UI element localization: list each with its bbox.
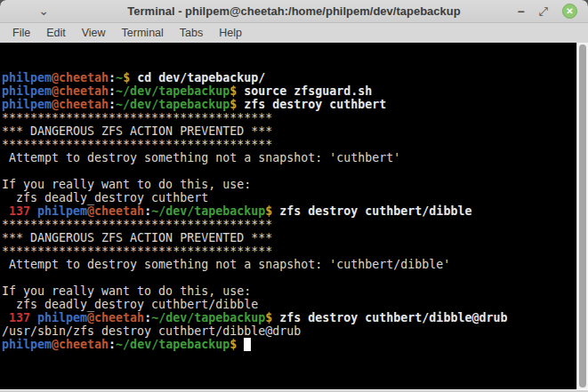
- terminal-window: ⌄ Terminal - philpem@cheetah:/home/philp…: [0, 0, 588, 392]
- chevron-down-icon: ⌄: [38, 4, 49, 18]
- menu-item-help[interactable]: Help: [211, 24, 250, 42]
- terminal-line: **************************************: [2, 218, 574, 231]
- terminal-line: zfs deadly_destroy cuthbert: [2, 191, 574, 204]
- terminal-line: **************************************: [2, 138, 574, 151]
- titlebar[interactable]: ⌄ Terminal - philpem@cheetah:/home/philp…: [0, 0, 588, 23]
- terminal-line: zfs deadly_destroy cuthbert/dibble: [2, 298, 574, 311]
- terminal-line: philpem@cheetah:~/dev/tapebackup$ zfs de…: [2, 98, 574, 111]
- terminal-line: /usr/sbin/zfs destroy cuthbert/dibble@dr…: [2, 324, 574, 338]
- window-controls: − ⤢ ✕: [517, 4, 588, 19]
- terminal-line: philpem@cheetah:~$ cd dev/tapebackup/: [2, 71, 574, 84]
- menubar: File Edit View Terminal Tabs Help: [0, 23, 588, 43]
- maximize-button[interactable]: ⤢: [539, 6, 548, 17]
- terminal-line: If you really want to do this, use:: [2, 178, 574, 191]
- scrollbar[interactable]: [576, 43, 588, 389]
- menu-item-terminal[interactable]: Terminal: [114, 24, 172, 42]
- close-icon: ✕: [566, 6, 573, 16]
- terminal-line: 137 philpem@cheetah:~/dev/tapebackup$ zf…: [2, 204, 574, 218]
- terminal-output: philpem@cheetah:~$ cd dev/tapebackup/phi…: [2, 71, 574, 351]
- terminal-line: *** DANGEROUS ZFS ACTION PREVENTED ***: [2, 124, 574, 138]
- terminal-line: *** DANGEROUS ZFS ACTION PREVENTED ***: [2, 231, 574, 244]
- terminal-line: **************************************: [2, 111, 574, 124]
- window-menu-button[interactable]: ⌄: [36, 1, 52, 20]
- minimize-icon: −: [517, 4, 524, 19]
- close-button[interactable]: ✕: [562, 4, 577, 19]
- terminal-line: [2, 164, 574, 178]
- menu-item-edit[interactable]: Edit: [38, 24, 74, 42]
- maximize-icon: ⤢: [539, 4, 548, 18]
- terminal-line: Attempt to destroy something not a snaps…: [2, 151, 574, 164]
- minimize-button[interactable]: −: [517, 7, 524, 16]
- window-title: Terminal - philpem@cheetah:/home/philpem…: [0, 4, 588, 18]
- menu-item-view[interactable]: View: [74, 24, 114, 42]
- menu-item-file[interactable]: File: [4, 24, 38, 42]
- terminal-line: philpem@cheetah:~/dev/tapebackup$: [2, 338, 574, 351]
- terminal-screen[interactable]: philpem@cheetah:~$ cd dev/tapebackup/phi…: [0, 43, 588, 389]
- menu-item-tabs[interactable]: Tabs: [172, 24, 211, 42]
- terminal-line: Attempt to destroy something not a snaps…: [2, 258, 574, 271]
- scrollbar-thumb[interactable]: [579, 44, 586, 388]
- terminal-line: philpem@cheetah:~/dev/tapebackup$ source…: [2, 84, 574, 98]
- terminal-line: **************************************: [2, 244, 574, 258]
- terminal-line: [2, 271, 574, 284]
- terminal-line: If you really want to do this, use:: [2, 284, 574, 298]
- terminal-line: 137 philpem@cheetah:~/dev/tapebackup$ zf…: [2, 311, 574, 324]
